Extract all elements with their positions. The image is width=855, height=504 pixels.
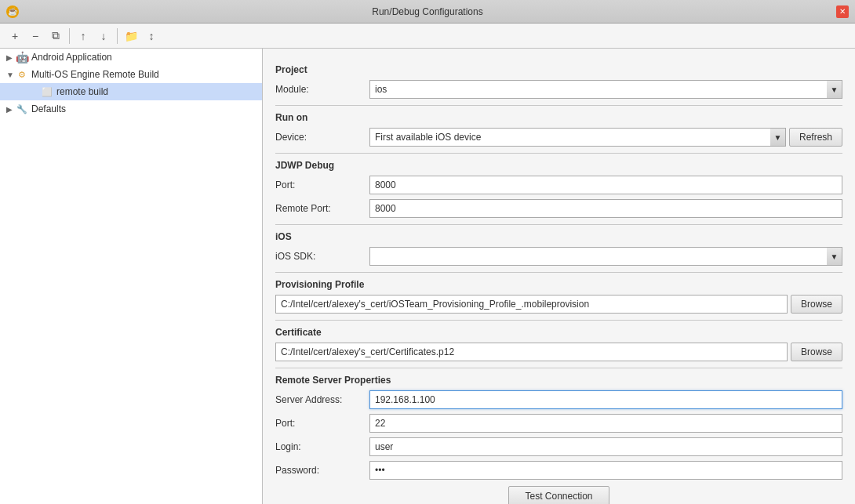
toolbar-separator-2	[117, 28, 118, 44]
sidebar-item-remote-build[interactable]: ⬜ remote build	[0, 83, 262, 100]
test-connection-button[interactable]: Test Connection	[508, 486, 609, 504]
close-button[interactable]: ✕	[836, 5, 849, 18]
device-dropdown-button[interactable]: ▼	[770, 128, 786, 147]
sort-icon: ↕	[149, 30, 155, 42]
toggle-engine-icon: ▼	[6, 71, 16, 79]
move-up-button[interactable]: ↑	[75, 27, 92, 45]
engine-icon: ⚙	[16, 68, 28, 81]
remove-configuration-button[interactable]: −	[27, 27, 44, 45]
folder-icon: 📁	[125, 30, 138, 42]
test-connection-container: Test Connection	[275, 486, 842, 504]
toolbar-separator-1	[69, 28, 70, 44]
certificate-row: Browse	[275, 343, 842, 361]
remote-port-control	[369, 199, 842, 218]
module-control: ▼	[369, 80, 842, 99]
sidebar: ▶ 🤖 Android Application ▼ ⚙ Multi-OS Eng…	[0, 49, 263, 504]
ios-sdk-control: ▼	[369, 247, 842, 266]
port-input[interactable]	[369, 176, 842, 194]
device-row: Device: ▼ Refresh	[275, 128, 842, 147]
login-control	[369, 437, 842, 456]
password-control	[369, 461, 842, 480]
window-controls: ✕	[836, 5, 849, 18]
port-control	[369, 176, 842, 194]
toggle-defaults-icon: ▶	[6, 105, 16, 114]
refresh-button[interactable]: Refresh	[789, 128, 842, 147]
device-control: ▼ Refresh	[369, 128, 842, 147]
certificate-input[interactable]	[275, 343, 788, 361]
remote-server-section-header: Remote Server Properties	[275, 375, 842, 386]
window-title: Run/Debug Configurations	[19, 6, 836, 17]
run-on-section-header: Run on	[275, 112, 842, 123]
remote-port-row: Remote Port:	[275, 199, 842, 218]
sort-button[interactable]: ↕	[143, 27, 160, 45]
server-port-label: Port:	[275, 418, 369, 429]
divider-1	[275, 105, 842, 106]
minus-icon: −	[32, 30, 38, 42]
toggle-android-icon: ▶	[6, 53, 16, 62]
android-icon: 🤖	[16, 51, 28, 63]
provisioning-input[interactable]	[275, 295, 788, 314]
provisioning-row: Browse	[275, 295, 842, 314]
ios-sdk-label: iOS SDK:	[275, 251, 369, 262]
add-configuration-button[interactable]: +	[6, 27, 24, 45]
server-port-row: Port:	[275, 414, 842, 433]
main-layout: ▶ 🤖 Android Application ▼ ⚙ Multi-OS Eng…	[0, 49, 855, 504]
divider-3	[275, 224, 842, 225]
remote-port-input[interactable]	[369, 199, 842, 218]
ios-sdk-row: iOS SDK: ▼	[275, 247, 842, 266]
copy-configuration-button[interactable]: ⧉	[47, 27, 64, 45]
password-label: Password:	[275, 465, 369, 476]
server-address-row: Server Address:	[275, 390, 842, 409]
remote-port-label: Remote Port:	[275, 203, 369, 214]
module-select-wrapper: ▼	[369, 80, 842, 99]
folder-button[interactable]: 📁	[122, 27, 140, 45]
provisioning-section-header: Provisioning Profile	[275, 279, 842, 290]
device-select[interactable]	[369, 128, 770, 147]
port-row: Port:	[275, 176, 842, 194]
divider-6	[275, 368, 842, 368]
arrow-down-icon: ↓	[101, 30, 107, 42]
login-input[interactable]	[369, 437, 842, 456]
server-port-control	[369, 414, 842, 433]
module-label: Module:	[275, 84, 369, 95]
defaults-icon: 🔧	[16, 103, 28, 115]
port-label: Port:	[275, 179, 369, 190]
toggle-remote-icon	[31, 88, 41, 96]
password-input[interactable]	[369, 461, 842, 480]
arrow-up-icon: ↑	[81, 30, 86, 42]
login-label: Login:	[275, 441, 369, 452]
certificate-section-header: Certificate	[275, 327, 842, 338]
device-select-wrapper: ▼	[369, 128, 786, 147]
module-dropdown-button[interactable]: ▼	[827, 80, 842, 99]
remote-build-icon: ⬜	[41, 85, 53, 98]
sidebar-label-defaults: Defaults	[31, 103, 66, 114]
project-section-header: Project	[275, 64, 842, 75]
certificate-input-group: Browse	[275, 343, 842, 361]
copy-icon: ⧉	[52, 29, 60, 42]
password-row: Password:	[275, 461, 842, 480]
sidebar-label-multi-os-engine: Multi-OS Engine Remote Build	[31, 69, 159, 80]
server-address-label: Server Address:	[275, 394, 369, 405]
sidebar-item-multi-os-engine[interactable]: ▼ ⚙ Multi-OS Engine Remote Build	[0, 66, 262, 83]
ios-sdk-dropdown-button[interactable]: ▼	[827, 247, 842, 266]
divider-4	[275, 272, 842, 273]
server-port-input[interactable]	[369, 414, 842, 433]
provisioning-input-group: Browse	[275, 295, 842, 314]
app-icon: ☕	[6, 5, 19, 18]
plus-icon: +	[12, 30, 18, 42]
device-label: Device:	[275, 132, 369, 143]
server-address-input[interactable]	[369, 390, 842, 409]
certificate-browse-button[interactable]: Browse	[791, 343, 842, 361]
ios-sdk-select[interactable]	[369, 247, 827, 266]
sidebar-label-android-application: Android Application	[31, 52, 112, 63]
sidebar-item-android-application[interactable]: ▶ 🤖 Android Application	[0, 49, 262, 66]
ios-section-header: iOS	[275, 231, 842, 242]
module-row: Module: ▼	[275, 80, 842, 99]
toolbar: + − ⧉ ↑ ↓ 📁 ↕	[0, 24, 855, 49]
move-down-button[interactable]: ↓	[95, 27, 112, 45]
ios-sdk-select-wrapper: ▼	[369, 247, 842, 266]
module-select[interactable]	[369, 80, 827, 99]
sidebar-item-defaults[interactable]: ▶ 🔧 Defaults	[0, 100, 262, 118]
title-bar: ☕ Run/Debug Configurations ✕	[0, 0, 855, 24]
provisioning-browse-button[interactable]: Browse	[791, 295, 842, 314]
